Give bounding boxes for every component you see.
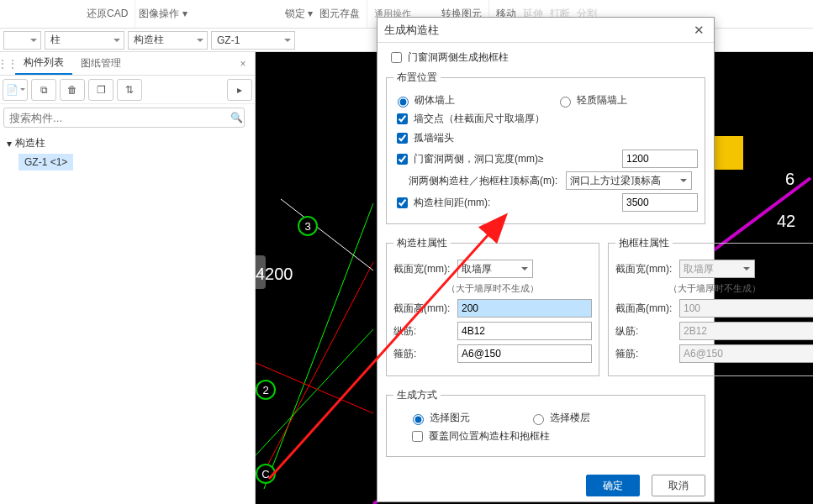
node-3: 3 — [298, 216, 318, 236]
tree-root-constr-col[interactable]: ▾ 构造柱 — [7, 136, 248, 150]
group-gz-props: 构造柱属性 截面宽(mm): 取墙厚 （大于墙厚时不生成） 截面高(mm): 纵… — [386, 236, 599, 376]
chk-spacing[interactable]: 构造柱间距(mm): — [393, 195, 490, 211]
layer-btn[interactable]: 图元存盘 — [319, 7, 360, 21]
bk-vertbar-input — [679, 322, 813, 340]
bk-height-input — [679, 299, 813, 318]
cancel-button[interactable]: 取消 — [652, 475, 705, 496]
generate-constr-column-dialog: 生成构造柱 ✕ 门窗洞两侧生成抱框柱 布置位置 砌体墙上 轻质隔墙上 墙交点（柱… — [377, 17, 715, 502]
duplicate-btn[interactable]: ❐ — [88, 79, 114, 101]
search-icon[interactable]: 🔍 — [230, 112, 243, 123]
bk-stirrup-input — [679, 344, 813, 363]
left-panel: ⋮⋮ 构件列表 图纸管理 × 📄 ⧉ 🗑 ❐ ⇅ ▸ 🔍 ▾ 构造柱 GZ-1 … — [0, 52, 256, 504]
chk-opening-both-sides[interactable]: 门窗洞两侧生成抱框柱 — [388, 50, 705, 66]
panel-drag-icon[interactable]: ⋮⋮ — [0, 58, 15, 70]
tab-drawings[interactable]: 图纸管理 — [72, 52, 129, 75]
node-2: 2 — [256, 380, 276, 400]
dialog-title: 生成构造柱 — [384, 23, 439, 38]
svg-line-0 — [264, 203, 373, 489]
group-placement: 布置位置 砌体墙上 轻质隔墙上 墙交点（柱截面尺寸取墙厚） 孤墙端头 门窗洞两侧… — [386, 71, 705, 224]
search-input[interactable] — [3, 108, 245, 128]
copy-btn[interactable]: ⧉ — [31, 79, 56, 101]
ok-button[interactable]: 确定 — [586, 475, 640, 496]
tree-item-gz1[interactable]: GZ-1 <1> — [18, 154, 73, 171]
image-ops-btn[interactable]: 图像操作 ▾ — [139, 7, 187, 21]
bk-width-select: 取墙厚 — [679, 260, 755, 278]
restore-cad-btn[interactable]: 还原CAD — [87, 7, 128, 21]
dim-6: 6 — [785, 170, 795, 189]
panel-close-icon[interactable]: × — [231, 58, 255, 70]
dropdown-constr-col[interactable]: 构造柱 — [128, 31, 208, 50]
dim-42: 42 — [777, 212, 795, 231]
dim-4200: 4200 — [256, 265, 293, 284]
rb-light-wall[interactable]: 轻质隔墙上 — [556, 93, 627, 108]
chk-wall-end[interactable]: 孤墙端头 — [393, 130, 454, 146]
chk-intersection[interactable]: 墙交点（柱截面尺寸取墙厚） — [393, 111, 545, 127]
top-elev-select[interactable]: 洞口上方过梁顶标高 — [566, 171, 692, 190]
group-gen-mode: 生成方式 选择图元 选择楼层 覆盖同位置构造柱和抱框柱 — [386, 388, 705, 457]
group-bk-props: 抱框柱属性 截面宽(mm): 取墙厚 （大于墙厚时不生成） 截面高(mm): 纵… — [608, 236, 813, 376]
top-elev-label: 洞两侧构造柱／抱框柱顶标高(m): — [409, 174, 557, 188]
delete-btn[interactable]: 🗑 — [60, 79, 85, 101]
tree-collapse-icon[interactable]: ▾ — [7, 138, 12, 150]
node-c: C — [256, 464, 276, 484]
dropdown-gz1[interactable]: GZ-1 — [211, 31, 295, 50]
chk-overwrite[interactable]: 覆盖同位置构造柱和抱框柱 — [409, 428, 550, 444]
spacing-input[interactable] — [622, 193, 698, 212]
svg-line-4 — [281, 199, 373, 270]
between-floor-btn[interactable]: ⇅ — [117, 79, 142, 101]
svg-line-1 — [264, 262, 373, 472]
dialog-close-btn[interactable]: ✕ — [690, 23, 707, 38]
gz-vertbar-input[interactable] — [457, 322, 592, 340]
dropdown-column[interactable]: 柱 — [45, 31, 124, 50]
lock-btn[interactable]: 锁定 ▾ — [285, 7, 313, 21]
more-icon[interactable]: ▸ — [227, 79, 252, 101]
svg-rect-6 — [710, 136, 743, 170]
rb-masonry-wall[interactable]: 砌体墙上 — [393, 93, 455, 108]
new-component-btn[interactable]: 📄 — [3, 79, 28, 101]
rb-select-floor[interactable]: 选择楼层 — [529, 411, 590, 425]
dropdown-empty[interactable] — [3, 31, 41, 50]
gz-stirrup-input[interactable] — [457, 344, 592, 363]
chk-opening-rule[interactable]: 门窗洞两侧，洞口宽度(mm)≥ — [393, 151, 544, 167]
rb-select-elements[interactable]: 选择图元 — [409, 411, 470, 425]
gz-width-select[interactable]: 取墙厚 — [457, 260, 533, 278]
tab-components[interactable]: 构件列表 — [15, 52, 72, 75]
gz-height-input[interactable] — [457, 299, 592, 318]
opening-width-input[interactable] — [622, 150, 698, 168]
